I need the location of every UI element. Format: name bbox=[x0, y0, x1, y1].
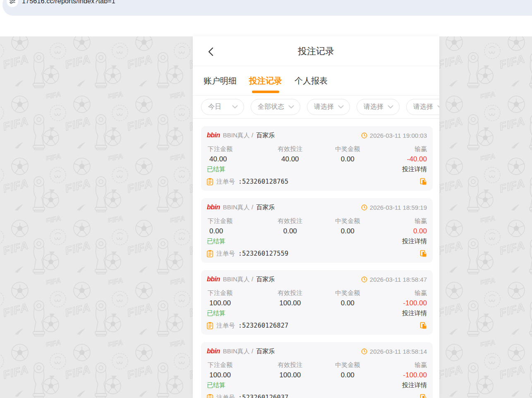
clock-icon bbox=[361, 348, 367, 355]
provider-name: BBIN真人 / bbox=[223, 276, 253, 283]
filter-select-1[interactable]: 请选择 bbox=[307, 99, 350, 115]
bet-time: 2026-03-11 18:58:14 bbox=[370, 348, 427, 355]
clock-icon bbox=[361, 276, 367, 283]
copy-icon bbox=[420, 178, 427, 185]
bet-detail-link[interactable]: 投注详情 bbox=[402, 309, 427, 317]
tab-account-details[interactable]: 账户明细 bbox=[203, 66, 237, 95]
label-bet-amount: 下注金额 bbox=[207, 361, 262, 369]
win-loss-amount: -100.00 bbox=[377, 299, 427, 308]
bet-detail-link[interactable]: 投注详情 bbox=[402, 237, 427, 245]
label-bet-amount: 下注金额 bbox=[207, 289, 262, 297]
order-number: :523260126037 bbox=[238, 394, 288, 398]
order-label: 注单号 bbox=[216, 394, 235, 398]
order-note-icon bbox=[207, 322, 213, 329]
filter-date[interactable]: 今日 bbox=[201, 99, 244, 115]
label-prize-amount: 中奖金额 bbox=[318, 145, 377, 153]
back-button[interactable] bbox=[206, 46, 217, 57]
bet-amount: 100.00 bbox=[207, 371, 262, 380]
filter-bar[interactable]: 今日 全部状态 请选择 请选择 请选择 bbox=[193, 96, 439, 119]
provider-name: BBIN真人 / bbox=[223, 204, 253, 211]
filter-status-value: 全部状态 bbox=[258, 103, 284, 111]
copy-order-button[interactable] bbox=[420, 250, 427, 257]
site-settings-button[interactable] bbox=[7, 0, 18, 7]
label-bet-amount: 下注金额 bbox=[207, 217, 262, 225]
prize-amount: 0.00 bbox=[318, 155, 377, 164]
label-win-loss: 输赢 bbox=[377, 289, 427, 297]
tab-personal-report[interactable]: 个人报表 bbox=[294, 66, 328, 95]
provider-name: BBIN真人 / bbox=[223, 132, 253, 139]
copy-order-button[interactable] bbox=[420, 322, 427, 329]
bet-detail-link[interactable]: 投注详情 bbox=[402, 165, 427, 173]
page-header: 投注记录 bbox=[193, 36, 439, 66]
valid-bet: 100.00 bbox=[262, 299, 318, 308]
copy-icon bbox=[420, 322, 427, 329]
filter-select-1-value: 请选择 bbox=[314, 103, 334, 111]
order-number: :523260127559 bbox=[238, 250, 288, 257]
bet-detail-link[interactable]: 投注详情 bbox=[402, 381, 427, 389]
order-number: :523260126827 bbox=[238, 322, 288, 329]
valid-bet: 40.00 bbox=[262, 155, 318, 164]
address-bar[interactable]: 175616.cc/reports/index?tab=1 bbox=[2, 0, 532, 16]
clock-icon bbox=[361, 132, 367, 139]
game-name: 百家乐 bbox=[256, 276, 275, 283]
chevron-down-icon bbox=[388, 105, 393, 109]
copy-order-button[interactable] bbox=[420, 178, 427, 185]
label-prize-amount: 中奖金额 bbox=[318, 289, 377, 297]
order-number: :523260128765 bbox=[238, 178, 288, 185]
win-loss-amount: 0.00 bbox=[377, 227, 427, 236]
valid-bet: 0.00 bbox=[262, 227, 318, 236]
chevron-down-icon bbox=[437, 105, 439, 109]
filter-status[interactable]: 全部状态 bbox=[251, 99, 300, 115]
bet-amount: 100.00 bbox=[207, 299, 262, 308]
bet-amount: 40.00 bbox=[207, 155, 262, 164]
label-win-loss: 输赢 bbox=[377, 361, 427, 369]
win-loss-amount: -100.00 bbox=[377, 371, 427, 380]
label-win-loss: 输赢 bbox=[377, 145, 427, 153]
clock-icon bbox=[361, 204, 367, 211]
bet-record-list: bbin BBIN真人 / 百家乐 2026-03-11 19:00:03 下注… bbox=[193, 119, 439, 398]
bet-time: 2026-03-11 18:58:47 bbox=[370, 276, 427, 283]
tab-bar: 账户明细 投注记录 个人报表 bbox=[193, 66, 439, 96]
chevron-down-icon bbox=[338, 105, 344, 109]
url-text[interactable]: 175616.cc/reports/index?tab=1 bbox=[22, 0, 115, 5]
label-valid-bet: 有效投注 bbox=[262, 361, 318, 369]
filter-select-2-value: 请选择 bbox=[364, 103, 383, 111]
order-label: 注单号 bbox=[216, 322, 235, 330]
filter-date-value: 今日 bbox=[208, 103, 221, 111]
filter-select-3-value: 请选择 bbox=[413, 103, 433, 111]
label-prize-amount: 中奖金额 bbox=[318, 361, 377, 369]
tune-icon bbox=[8, 0, 17, 5]
label-prize-amount: 中奖金额 bbox=[318, 217, 377, 225]
browser-bar: 175616.cc/reports/index?tab=1 bbox=[0, 0, 532, 17]
bet-record-card: bbin BBIN真人 / 百家乐 2026-03-11 19:00:03 下注… bbox=[201, 126, 433, 191]
provider-name: BBIN真人 / bbox=[223, 348, 253, 355]
page-title: 投注记录 bbox=[193, 36, 439, 66]
game-name: 百家乐 bbox=[256, 132, 275, 139]
label-win-loss: 输赢 bbox=[377, 217, 427, 225]
bet-time: 2026-03-11 19:00:03 bbox=[370, 132, 427, 139]
copy-icon bbox=[420, 250, 427, 257]
bet-time: 2026-03-11 18:59:19 bbox=[370, 204, 427, 211]
app-panel: 投注记录 账户明细 投注记录 个人报表 今日 全部状态 请选择 请选择 bbox=[193, 36, 439, 398]
status-badge: 已结算 bbox=[207, 165, 225, 173]
prize-amount: 0.00 bbox=[318, 299, 377, 308]
copy-icon bbox=[420, 394, 427, 398]
status-badge: 已结算 bbox=[207, 381, 225, 389]
order-note-icon bbox=[207, 394, 213, 398]
bet-record-card: bbin BBIN真人 / 百家乐 2026-03-11 18:58:14 下注… bbox=[201, 342, 433, 398]
tab-bet-records[interactable]: 投注记录 bbox=[248, 66, 283, 95]
prize-amount: 0.00 bbox=[318, 371, 377, 380]
order-label: 注单号 bbox=[216, 178, 235, 186]
copy-order-button[interactable] bbox=[420, 394, 427, 398]
chevron-down-icon bbox=[232, 105, 238, 109]
order-note-icon bbox=[207, 178, 213, 185]
bet-amount: 0.00 bbox=[207, 227, 262, 236]
label-valid-bet: 有效投注 bbox=[262, 217, 318, 225]
bet-record-card: bbin BBIN真人 / 百家乐 2026-03-11 18:59:19 下注… bbox=[201, 198, 433, 263]
label-valid-bet: 有效投注 bbox=[262, 289, 318, 297]
chevron-down-icon bbox=[288, 105, 294, 109]
status-badge: 已结算 bbox=[207, 237, 225, 245]
filter-select-3[interactable]: 请选择 bbox=[406, 99, 439, 115]
label-bet-amount: 下注金额 bbox=[207, 145, 262, 153]
filter-select-2[interactable]: 请选择 bbox=[357, 99, 400, 115]
